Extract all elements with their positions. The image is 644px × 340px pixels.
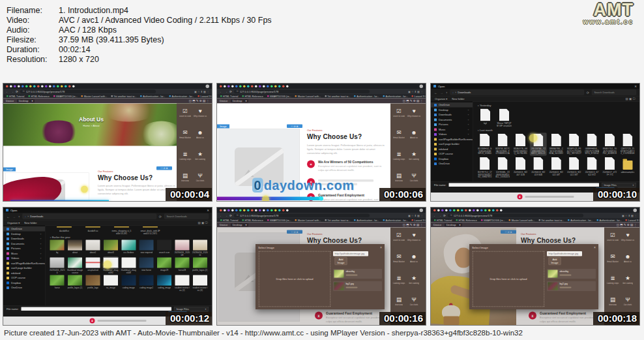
widget-item[interactable]: ♥Why choose us [621, 232, 635, 253]
device-select[interactable]: Desktop▾ [16, 99, 35, 103]
dialog-nav-bar[interactable]: ←→↑ ↓›Downloads ⟳ Search Downloads [3, 213, 212, 220]
file-item[interactable]: 20230617_4727F 775 [602, 157, 617, 179]
sidebar-item[interactable]: OOP course [431, 151, 473, 157]
up-icon[interactable]: ↑ [446, 91, 448, 95]
bookmark-item[interactable]: Authentication - lar... [383, 219, 407, 222]
bookmark-item[interactable]: Master Laravel with... [509, 219, 535, 222]
sidebar-item[interactable]: Pictures✧ [3, 246, 45, 251]
reload-icon[interactable]: ⟳ [16, 90, 18, 93]
sidebar-item[interactable]: Downloads✧ [431, 112, 473, 117]
file-item[interactable]: horse [50, 275, 65, 292]
file-item[interactable]: about2 [85, 240, 100, 256]
bookmark-item[interactable]: Master Laravel with... [295, 219, 321, 222]
close-icon[interactable]: ✕ [207, 209, 209, 212]
file-item[interactable]: davidoffice [54, 226, 75, 234]
file-item[interactable]: adminsamples [620, 157, 636, 179]
widget-item[interactable]: ☻About us [407, 129, 421, 150]
uploaded-image-row[interactable]: bg2.jpg [547, 281, 596, 291]
file-item[interactable]: about [67, 240, 83, 256]
widget-item[interactable]: ≣Cooking steps [392, 151, 406, 172]
file-item[interactable]: 1GY8GML_1908081WGB10BLL_5G3541G7 [495, 157, 510, 179]
file-item[interactable]: WDBPLQ5_F3407171Y7GW5WQ_98Y59127 [566, 133, 581, 155]
file-item[interactable]: student review tes (2) [174, 275, 190, 292]
forward-icon[interactable]: → [225, 214, 228, 217]
url-field[interactable]: ⚿127.0.0.1:8000/page/preview/178 [20, 89, 156, 93]
sidebar-item[interactable]: Videos✧ [431, 132, 473, 137]
sidebar-item[interactable]: vue3 page builder [3, 266, 45, 271]
address-breadcrumb[interactable]: ↓›Downloads [450, 90, 584, 95]
file-item[interactable]: Winrar TMPQPM GIF unsplash [496, 108, 513, 128]
sidebar-item[interactable]: vue3 page builder [431, 142, 473, 147]
browser-profile-avatar[interactable] [634, 208, 637, 212]
file-name-input[interactable] [22, 307, 171, 311]
bookmark-item[interactable]: Authentication - lar... [169, 95, 194, 98]
bookmark-item[interactable]: Laravel 9 CRUD (cre... [412, 219, 426, 222]
browser-address-bar[interactable]: ←→⟳ ⚿127.0.0.1:8000/page/preview/178 ▣ ☆… [431, 213, 639, 218]
file-item[interactable]: 20230416_152011 [192, 240, 208, 256]
bookmark-item[interactable]: Authentication - lar... [568, 219, 593, 222]
browser-address-bar[interactable]: ←→⟳ ⚿127.0.0.1:8000/page/preview/178 ▣ ☆… [217, 213, 426, 218]
file-name-input[interactable] [449, 183, 599, 187]
widget-item[interactable]: ★Get cooking [193, 151, 207, 172]
forward-icon[interactable]: → [11, 90, 14, 93]
file-item[interactable]: 20230416_15210 [50, 258, 65, 274]
upload-dropzone[interactable]: Drop files here or click to upload [259, 251, 330, 307]
back-icon[interactable]: ← [6, 90, 9, 93]
bookmark-item[interactable]: Authentication - lar... [354, 219, 379, 222]
builder-toolbar-icons[interactable]: ◫ ⬒ ✎ ⚙ ▤ ⋮ [617, 223, 637, 226]
bookmark-item[interactable]: Authentication - lar... [140, 95, 165, 98]
close-icon[interactable]: × [594, 246, 596, 250]
widget-item[interactable]: ≣Cooking steps [392, 275, 406, 296]
group-header[interactable]: Earlier this year [50, 236, 209, 239]
bookmark-item[interactable]: Yet another toast w... [325, 95, 350, 98]
bookmark-item[interactable]: Authentication - lar... [354, 95, 379, 98]
explorer-sidebar[interactable]: OneDriveDesktop✧Downloads✧Documents✧Pict… [431, 101, 473, 181]
file-item[interactable]: coding_image [156, 275, 172, 292]
bookmark-item[interactable]: HTML Reference [28, 95, 49, 98]
device-toolbar[interactable]: Device Desktop▾ ◫ ⬒ ✎ ⚙ ▤ ⋮ [3, 99, 212, 104]
file-type-select[interactable]: Image Files [602, 183, 636, 187]
device-select[interactable]: Desktop▾ [230, 223, 249, 227]
file-item[interactable]: thumbnail_imag e008 [121, 258, 136, 274]
file-item[interactable]: student review tes (3) [192, 275, 208, 292]
bookmark-item[interactable]: HTML Reference [242, 219, 263, 222]
widget-item[interactable]: ✉Email Market [178, 129, 192, 150]
browser-action-icons[interactable]: ▣ ☆ ⬇ ▦ ⋮ [622, 214, 637, 217]
sidebar-item[interactable]: eduland [431, 147, 473, 152]
widget-item[interactable]: ✉Email Market [606, 253, 620, 274]
bookmark-item[interactable]: Laravel 9 CRUD (cre... [626, 219, 639, 222]
image-url-input[interactable]: http://pathtobutterimage.jpg [547, 251, 582, 256]
bookmark-item[interactable]: HTML Tutorial [220, 95, 238, 98]
bookmark-item[interactable]: SMARTDOGS (re... [267, 219, 291, 222]
back-icon[interactable]: ← [433, 214, 437, 217]
block-toolbar[interactable]: ‹ › ⟳ ⊕ [156, 166, 172, 170]
device-toolbar[interactable]: Device Desktop▾ ◫ ⬒ ✎ ⚙ ▤ ⋮ [217, 223, 426, 228]
refresh-icon[interactable]: ⟳ [587, 91, 589, 95]
bookmark-item[interactable]: SMARTDOGS (re... [53, 95, 78, 98]
sidebar-item[interactable]: Desktop✧ [3, 232, 45, 237]
group-header[interactable]: Last month [478, 129, 636, 132]
sidebar-item[interactable]: vue3PageBuilderRunScreencasts [3, 261, 45, 266]
file-item[interactable]: profile_logo [85, 275, 100, 292]
search-input[interactable]: Search Downloads [592, 90, 636, 95]
widget-item[interactable]: ✉Email Market [392, 253, 406, 274]
group-header[interactable]: Yesterday [478, 104, 636, 107]
file-item[interactable]: W287W_W27C1AO32W4D_F07XBW81CLA [495, 133, 510, 155]
view-toggle-icons[interactable]: ▤ ▣ ⓘ [625, 97, 636, 101]
close-icon[interactable]: ✕ [634, 85, 637, 88]
bookmark-item[interactable]: HTML Reference [456, 219, 476, 222]
close-icon[interactable]: × [380, 246, 382, 250]
url-field[interactable]: ⚿127.0.0.1:8000/page/preview/178 [234, 213, 370, 217]
builder-toolbar-icons[interactable]: ◫ ⬒ ✎ ⚙ ▤ ⋮ [189, 99, 209, 102]
sidebar-item[interactable]: Dropbox [431, 157, 473, 162]
add-image-button[interactable]: Add Image [335, 257, 347, 265]
bookmark-item[interactable]: HTML Tutorial [434, 219, 452, 222]
new-folder-button[interactable]: New folder [24, 221, 37, 224]
sidebar-item[interactable]: Videos✧ [3, 256, 45, 261]
widget-item[interactable]: ☑Learn to cook [392, 108, 406, 129]
bookmark-item[interactable]: Yet another toast w... [111, 95, 136, 98]
uploaded-image-row[interactable]: aboutbg [333, 269, 382, 279]
forward-icon[interactable]: → [225, 90, 228, 93]
file-item[interactable]: unsplashed [85, 258, 100, 274]
forward-icon[interactable]: → [439, 214, 442, 217]
